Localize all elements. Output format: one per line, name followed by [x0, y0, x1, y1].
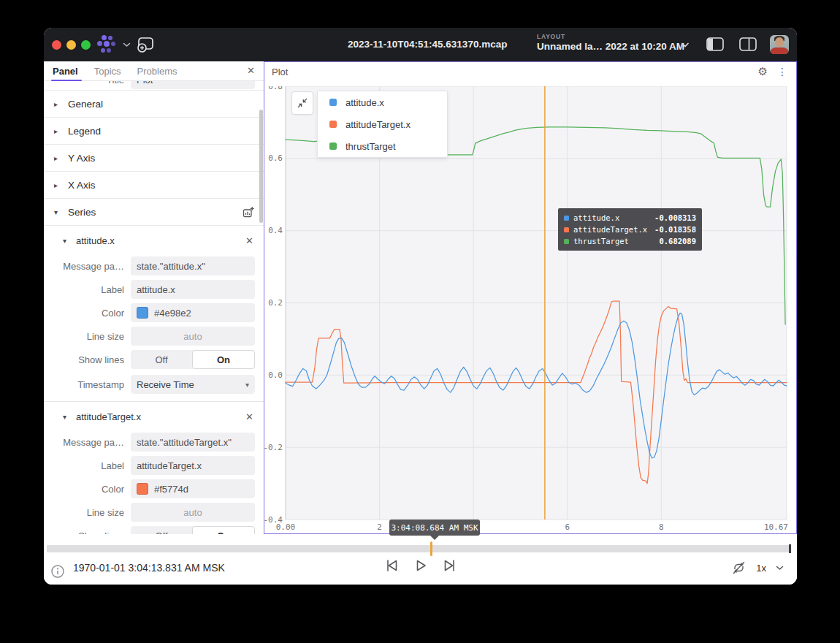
series-color-chip [564, 227, 569, 232]
color-swatch[interactable] [137, 307, 148, 319]
playhead-marker[interactable] [430, 541, 432, 556]
layout-menu[interactable]: LAYOUT Unnamed la… 2022 at 10:20 AM [537, 33, 684, 52]
speed-chevron-icon[interactable] [776, 566, 784, 571]
app-menu-chevron-icon[interactable] [123, 42, 131, 47]
series-header[interactable]: ▾ attitudeTarget.x ✕ [44, 405, 264, 428]
legend-item[interactable]: attitude.x [318, 91, 447, 113]
left-sidebar-toggle-icon[interactable] [706, 37, 725, 53]
show-lines-on-button[interactable]: On [192, 526, 255, 534]
section-y-axis-label: Y Axis [68, 153, 95, 164]
chevron-right-icon: ▸ [54, 100, 61, 108]
line-size-label: Line size [44, 331, 124, 342]
close-window-button[interactable] [52, 40, 61, 50]
x-tick-label: 0.00 [276, 522, 296, 532]
titlebar: 2023-11-10T04:51:45.631370.mcap LAYOUT U… [44, 28, 797, 61]
data-source-title[interactable]: 2023-11-10T04:51:45.631370.mcap [348, 28, 507, 61]
timeline-scrubber[interactable] [47, 545, 791, 552]
play-button[interactable] [413, 558, 428, 573]
message-path-row: Message pa… state."attitudeTarget.x" [44, 433, 255, 452]
color-label: Color [44, 308, 124, 319]
message-path-input[interactable]: state."attitudeTarget.x" [131, 433, 255, 452]
y-tick-label: 0.4 [268, 226, 283, 235]
label-label: Label [44, 460, 124, 471]
legend-item[interactable]: thrustTarget [318, 135, 447, 157]
message-path-label: Message pa… [44, 437, 124, 448]
section-legend[interactable]: ▸Legend [44, 118, 264, 145]
series-name: attitudeTarget.x [76, 411, 141, 422]
seek-backward-button[interactable] [385, 558, 400, 573]
show-lines-row: Show lines Off On [44, 526, 255, 534]
label-label: Label [44, 284, 124, 295]
playback-speed[interactable]: 1x [756, 563, 766, 574]
tooltip-label: attitude.x [573, 213, 619, 222]
plot-panel: Plot ⚙ ⋮ 0.80.60.40.20.0-0.2-0.40.002468… [264, 61, 797, 534]
add-panel-icon[interactable] [136, 36, 155, 53]
sidebar-scrollbar[interactable] [259, 110, 263, 223]
delete-series-icon[interactable]: ✕ [245, 411, 253, 422]
x-tick-label: 10.67 [764, 522, 788, 532]
line-size-input[interactable]: auto [131, 503, 255, 522]
color-value: #f5774d [154, 484, 188, 495]
tab-panel[interactable]: Panel [53, 66, 78, 77]
timestamp-row: Timestamp Receive Time ▾ [44, 375, 255, 394]
series-header[interactable]: ▾ attitude.x ✕ [44, 229, 264, 252]
tooltip-label: attitudeTarget.x [573, 225, 647, 234]
y-tick-label: 0.6 [268, 153, 283, 163]
legend-collapse-button[interactable] [291, 91, 313, 115]
foxglove-logo-icon[interactable] [95, 35, 120, 54]
show-lines-off-button[interactable]: Off [131, 350, 192, 369]
section-y-axis[interactable]: ▸Y Axis [44, 145, 264, 172]
add-series-icon[interactable] [242, 205, 255, 218]
section-general[interactable]: ▸General [44, 90, 264, 118]
chevron-down-icon: ▾ [245, 381, 249, 389]
zoom-window-button[interactable] [81, 40, 91, 50]
delete-series-icon[interactable]: ✕ [245, 235, 253, 246]
show-lines-label: Show lines [44, 354, 124, 365]
tooltip-value: -0.008313 [654, 213, 696, 222]
user-avatar[interactable] [770, 35, 789, 54]
label-input[interactable]: attitudeTarget.x [131, 456, 255, 475]
panel-menu-kebab-icon[interactable]: ⋮ [777, 66, 787, 77]
minimize-window-button[interactable] [66, 40, 76, 50]
seek-forward-button[interactable] [442, 558, 457, 573]
title-field-row-clipped: Title Plot [44, 81, 264, 90]
title-field-input[interactable]: Plot [131, 81, 255, 89]
panel-settings-gear-icon[interactable]: ⚙ [758, 65, 768, 78]
right-sidebar-toggle-icon[interactable] [738, 37, 757, 53]
color-swatch[interactable] [137, 483, 148, 495]
line-size-input[interactable]: auto [131, 327, 255, 346]
series-color-chip [329, 142, 337, 150]
legend-item[interactable]: attitudeTarget.x [318, 113, 447, 135]
section-x-axis[interactable]: ▸X Axis [44, 172, 264, 199]
show-lines-toggle: Off On [131, 350, 255, 369]
message-path-row: Message pa… state."attitude.x" [44, 256, 255, 275]
hover-values-tooltip: attitude.x-0.008313 attitudeTarget.x-0.0… [558, 208, 702, 251]
avatar-shirt [770, 47, 789, 54]
chevron-right-icon: ▸ [54, 127, 61, 135]
app-window: 2023-11-10T04:51:45.631370.mcap LAYOUT U… [44, 28, 797, 585]
label-input[interactable]: attitude.x [131, 280, 255, 299]
section-series[interactable]: ▾Series [44, 199, 264, 226]
color-input[interactable]: #f5774d [131, 479, 255, 498]
loop-off-icon[interactable] [731, 560, 747, 575]
color-input[interactable]: #4e98e2 [131, 303, 255, 322]
sidebar-close-icon[interactable]: ✕ [247, 65, 255, 76]
show-lines-on-button[interactable]: On [192, 350, 255, 369]
message-path-input[interactable]: state."attitude.x" [131, 256, 255, 275]
show-lines-row: Show lines Off On [44, 350, 255, 369]
tab-problems[interactable]: Problems [137, 66, 177, 77]
timestamp-select[interactable]: Receive Time ▾ [131, 375, 255, 394]
label-row: Label attitudeTarget.x [44, 456, 255, 475]
info-icon[interactable] [50, 564, 65, 579]
transport-controls [385, 558, 457, 573]
current-timestamp[interactable]: 1970-01-01 3:04:13.831 AM MSK [73, 562, 225, 574]
color-row: Color #f5774d [44, 479, 255, 498]
section-general-label: General [68, 99, 103, 110]
tab-topics[interactable]: Topics [94, 66, 121, 77]
show-lines-off-button[interactable]: Off [131, 526, 192, 534]
tooltip-row: attitudeTarget.x-0.018358 [564, 224, 696, 235]
layout-chevron-icon[interactable] [681, 42, 690, 48]
line-size-row: Line size auto [44, 327, 255, 346]
color-label: Color [44, 484, 124, 495]
section-series-label: Series [68, 207, 96, 218]
